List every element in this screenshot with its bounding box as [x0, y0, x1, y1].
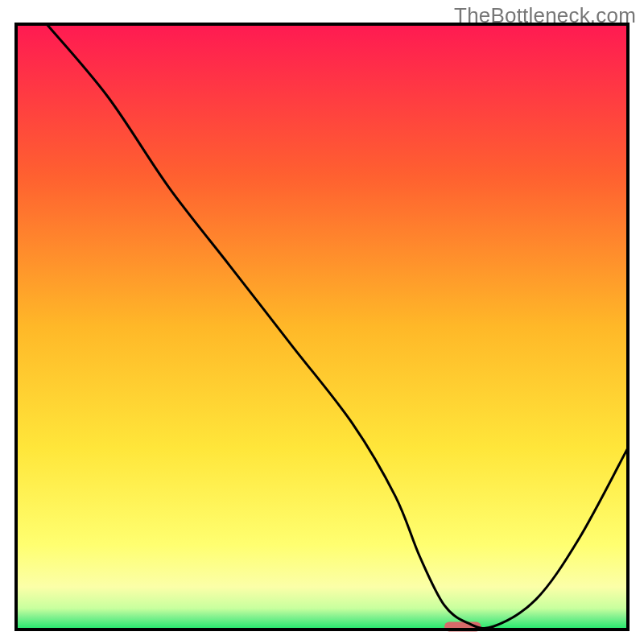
chart-container: TheBottleneck.com: [0, 0, 644, 644]
gradient-background: [16, 24, 628, 630]
plot-area: [16, 24, 628, 632]
chart-svg: [0, 0, 644, 644]
watermark-label: TheBottleneck.com: [454, 3, 636, 28]
